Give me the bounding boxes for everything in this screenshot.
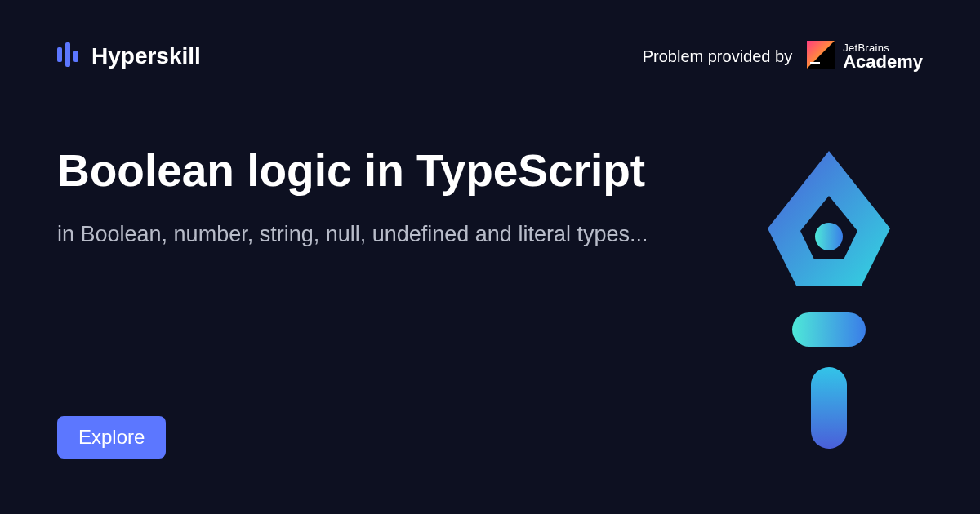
header: Hyperskill Problem provided by bbox=[0, 0, 980, 72]
brand: Hyperskill bbox=[57, 42, 201, 70]
brand-name: Hyperskill bbox=[91, 43, 201, 69]
hyperskill-logo-icon bbox=[57, 42, 82, 70]
decorative-graphic-icon bbox=[751, 151, 906, 453]
explore-button[interactable]: Explore bbox=[57, 416, 166, 459]
academy-bottom-label: Academy bbox=[843, 53, 923, 71]
svg-point-6 bbox=[815, 223, 843, 250]
svg-rect-1 bbox=[65, 42, 70, 67]
svg-rect-7 bbox=[792, 312, 866, 347]
page-subtitle: in Boolean, number, string, null, undefi… bbox=[57, 219, 662, 250]
jetbrains-logo-icon bbox=[807, 41, 835, 72]
academy-text: JetBrains Academy bbox=[843, 42, 923, 71]
svg-rect-0 bbox=[57, 47, 62, 62]
page-title: Boolean logic in TypeScript bbox=[57, 145, 694, 197]
svg-rect-2 bbox=[74, 51, 78, 62]
academy-brand: JetBrains Academy bbox=[807, 41, 923, 72]
provider-block: Problem provided by Je bbox=[643, 41, 923, 72]
svg-rect-8 bbox=[811, 367, 847, 449]
provider-label: Problem provided by bbox=[643, 47, 792, 66]
svg-rect-5 bbox=[810, 62, 820, 64]
